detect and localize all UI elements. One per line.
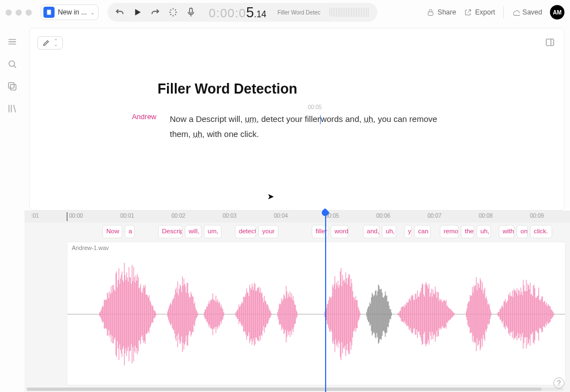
copy-button[interactable] — [6, 80, 18, 92]
mini-waveform — [330, 8, 370, 17]
play-button[interactable] — [132, 7, 143, 18]
chevron-down-icon: ⌄ — [90, 9, 95, 16]
ruler-tick: 00:04 — [274, 213, 288, 219]
effects-button[interactable] — [168, 7, 179, 18]
waveform-clip[interactable]: Andrew-1.wav — [67, 242, 566, 385]
timeline: :0100:0000:0100:0200:0300:0400:0500:0600… — [24, 210, 570, 392]
redo-button[interactable] — [150, 7, 161, 18]
document-panel: ⌃⌄ Filler Word Detection Andrew 00:05 No… — [29, 28, 564, 210]
playback-controls: 0:00:05.14 Filler Word Detectio — [107, 3, 377, 22]
word-pill[interactable]: filler — [312, 225, 328, 238]
word-pill[interactable]: the — [461, 225, 474, 238]
transcript[interactable]: 00:05 Now a Descript will, um, detect yo… — [170, 111, 469, 141]
search-button[interactable] — [6, 58, 18, 70]
divider — [503, 6, 504, 18]
doc-icon — [43, 7, 55, 18]
word-pill[interactable]: uh, — [382, 225, 396, 238]
filler-word: um, — [245, 114, 259, 124]
word-pill[interactable]: can — [414, 225, 431, 238]
document-name: New in ... — [58, 8, 87, 16]
timecode: 0:00:05.14 — [209, 4, 266, 21]
page-title[interactable]: Filler Word Detection — [158, 81, 469, 97]
horizontal-scrollbar[interactable] — [27, 388, 563, 391]
word-pill[interactable]: a — [125, 225, 135, 238]
word-pill[interactable]: detect — [235, 225, 256, 238]
playhead[interactable] — [325, 210, 326, 392]
undo-button[interactable] — [114, 7, 125, 18]
word-pill[interactable]: y — [404, 225, 412, 238]
word-track: NowaDescripwill,um,detectyourfillerworda… — [24, 223, 570, 239]
time-marker: 00:05 — [308, 102, 322, 112]
svg-rect-4 — [11, 85, 16, 90]
svg-point-3 — [9, 61, 14, 66]
svg-rect-6 — [546, 39, 553, 46]
word-pill[interactable]: Now — [102, 225, 122, 238]
word-pill[interactable]: with — [499, 225, 514, 238]
avatar[interactable]: AM — [550, 5, 564, 19]
word-pill[interactable]: on — [517, 225, 528, 238]
word-pill[interactable]: your — [258, 225, 278, 238]
svg-rect-2 — [428, 12, 433, 15]
ruler-tick: 00:00 — [69, 213, 83, 219]
saved-indicator: Saved — [512, 8, 542, 17]
mouse-cursor: ➤ — [267, 192, 274, 202]
word-pill[interactable]: um, — [204, 225, 222, 238]
word-pill[interactable]: Descrip — [158, 225, 183, 238]
word-pill[interactable]: will, — [185, 225, 202, 238]
word-pill[interactable]: uh, — [476, 225, 491, 238]
window-controls[interactable] — [6, 9, 32, 16]
left-rail — [0, 28, 24, 392]
filler-word: uh, — [364, 114, 376, 124]
ruler-tick: :01 — [31, 213, 39, 219]
clip-filename: Andrew-1.wav — [72, 244, 109, 251]
word-pill[interactable]: click. — [530, 225, 552, 238]
properties-panel-button[interactable] — [544, 36, 556, 48]
time-ruler[interactable]: :0100:0000:0100:0200:0300:0400:0500:0600… — [24, 210, 570, 223]
document-switcher[interactable]: New in ... ⌄ — [41, 4, 99, 20]
svg-rect-0 — [47, 10, 51, 15]
help-button[interactable]: ? — [553, 378, 564, 389]
menu-button[interactable] — [6, 36, 18, 48]
ruler-tick: 00:06 — [376, 213, 390, 219]
record-button[interactable] — [185, 7, 196, 18]
speaker-label[interactable]: Andrew — [124, 111, 156, 141]
svg-rect-5 — [8, 82, 14, 88]
filler-word: uh, — [193, 129, 205, 139]
svg-rect-1 — [190, 8, 193, 13]
edit-mode[interactable]: ⌃⌄ — [37, 36, 63, 50]
clip-label: Filler Word Detectio — [277, 9, 321, 16]
share-button[interactable]: Share — [426, 8, 456, 17]
export-button[interactable]: Export — [464, 8, 495, 17]
ruler-tick: 00:02 — [171, 213, 185, 219]
library-button[interactable] — [6, 102, 18, 115]
ruler-tick: 00:08 — [479, 213, 493, 219]
waveform — [67, 253, 565, 375]
word-pill[interactable]: and, — [363, 225, 380, 238]
title-bar: New in ... ⌄ 0:00:05.14 Filler Word Dete… — [0, 0, 570, 24]
ruler-tick: 00:01 — [120, 213, 134, 219]
word-pill[interactable]: remo — [440, 225, 459, 238]
ruler-tick: 00:03 — [223, 213, 237, 219]
ruler-tick: 00:09 — [530, 213, 544, 219]
word-pill[interactable]: word — [331, 225, 348, 238]
ruler-tick: 00:07 — [428, 213, 441, 219]
